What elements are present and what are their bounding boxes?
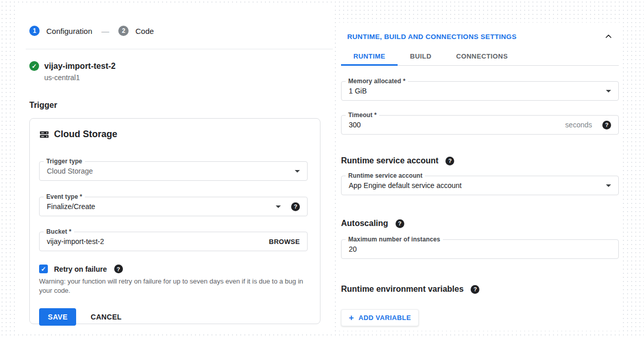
trigger-type-value: Cloud Storage xyxy=(47,167,295,175)
event-type-field[interactable]: Event type * Finalize/Create ? xyxy=(39,197,308,216)
timeout-help-icon[interactable]: ? xyxy=(602,121,611,129)
configuration-panel: 1 Configuration — 2 Code ✓ vijay-import-… xyxy=(16,4,333,334)
timeout-value[interactable]: 300 xyxy=(349,121,565,129)
trigger-card: Cloud Storage Trigger type Cloud Storage… xyxy=(29,118,320,324)
retry-row: ✓ Retry on failure ? xyxy=(39,265,308,273)
trigger-type-label: Trigger type xyxy=(44,158,85,165)
bucket-value[interactable]: vijay-import-test-2 xyxy=(47,237,269,246)
step-2-label[interactable]: Code xyxy=(135,27,154,35)
settings-panel: RUNTIME, BUILD AND CONNECTIONS SETTINGS … xyxy=(338,23,621,331)
cloud-storage-icon xyxy=(39,129,49,140)
trigger-type-field[interactable]: Trigger type Cloud Storage xyxy=(39,161,308,181)
dropdown-arrow-icon[interactable] xyxy=(606,184,611,187)
bucket-label: Bucket * xyxy=(44,228,74,235)
browse-button[interactable]: BROWSE xyxy=(269,238,300,246)
step-1-circle[interactable]: 1 xyxy=(29,26,40,36)
service-account-help-icon[interactable]: ? xyxy=(445,157,454,165)
retry-checkbox[interactable]: ✓ xyxy=(39,265,48,273)
max-instances-field[interactable]: Maximum number of instances 20 xyxy=(341,239,619,259)
function-name: vijay-import-test-2 xyxy=(44,62,116,71)
trigger-section-title: Trigger xyxy=(29,101,320,110)
timeout-label: Timeout * xyxy=(346,111,379,119)
retry-label[interactable]: Retry on failure xyxy=(54,265,107,273)
save-button[interactable]: SAVE xyxy=(39,308,76,326)
dropdown-arrow-icon[interactable] xyxy=(276,205,281,208)
env-vars-heading: Runtime environment variables xyxy=(341,285,463,294)
chevron-up-icon[interactable] xyxy=(604,32,613,41)
service-account-value: App Engine default service account xyxy=(349,181,606,190)
service-account-field[interactable]: Runtime service account App Engine defau… xyxy=(341,176,619,195)
event-type-help-icon[interactable]: ? xyxy=(291,202,300,211)
max-instances-label: Maximum number of instances xyxy=(346,236,443,243)
trigger-card-title: Cloud Storage xyxy=(54,129,117,140)
function-region: us-central1 xyxy=(44,73,320,82)
step-2-circle[interactable]: 2 xyxy=(118,26,129,36)
retry-warning-text: Warning: your function will retry on fai… xyxy=(39,277,308,295)
settings-tabs: RUNTIME BUILD CONNECTIONS xyxy=(341,47,619,66)
memory-allocated-field[interactable]: Memory allocated * 1 GiB xyxy=(341,81,619,101)
event-type-value: Finalize/Create xyxy=(47,202,276,211)
autoscaling-heading: Autoscaling xyxy=(341,219,388,228)
bucket-field[interactable]: Bucket * vijay-import-test-2 BROWSE xyxy=(39,232,308,251)
max-instances-value[interactable]: 20 xyxy=(349,245,611,253)
timeout-field[interactable]: Timeout * 300 seconds ? xyxy=(341,115,619,135)
memory-allocated-label: Memory allocated * xyxy=(346,78,408,85)
tab-connections[interactable]: CONNECTIONS xyxy=(444,47,520,66)
checkbox-check-icon: ✓ xyxy=(41,266,46,273)
check-icon: ✓ xyxy=(29,61,39,71)
cancel-button[interactable]: CANCEL xyxy=(91,313,121,321)
dropdown-arrow-icon[interactable] xyxy=(606,90,611,92)
service-account-label: Runtime service account xyxy=(346,172,425,179)
stepper: 1 Configuration — 2 Code xyxy=(29,26,320,36)
tab-build[interactable]: BUILD xyxy=(398,47,444,66)
memory-allocated-value: 1 GiB xyxy=(349,87,606,95)
stepper-separator: — xyxy=(101,27,109,35)
add-variable-label: ADD VARIABLE xyxy=(359,314,411,322)
runtime-service-account-heading: Runtime service account xyxy=(341,156,438,165)
dropdown-arrow-icon[interactable] xyxy=(295,170,300,173)
retry-help-icon[interactable]: ? xyxy=(114,265,123,273)
timeout-suffix: seconds xyxy=(565,121,592,129)
env-vars-help-icon[interactable]: ? xyxy=(471,285,479,294)
function-header: ✓ vijay-import-test-2 xyxy=(29,61,320,71)
autoscaling-help-icon[interactable]: ? xyxy=(396,219,404,228)
tab-runtime[interactable]: RUNTIME xyxy=(341,47,398,66)
event-type-label: Event type * xyxy=(44,193,85,200)
settings-header-toggle[interactable]: RUNTIME, BUILD AND CONNECTIONS SETTINGS xyxy=(347,33,516,41)
stepper-divider xyxy=(26,49,333,49)
step-1-label[interactable]: Configuration xyxy=(46,27,92,35)
plus-icon: + xyxy=(349,314,354,321)
add-variable-button[interactable]: + ADD VARIABLE xyxy=(341,309,419,326)
